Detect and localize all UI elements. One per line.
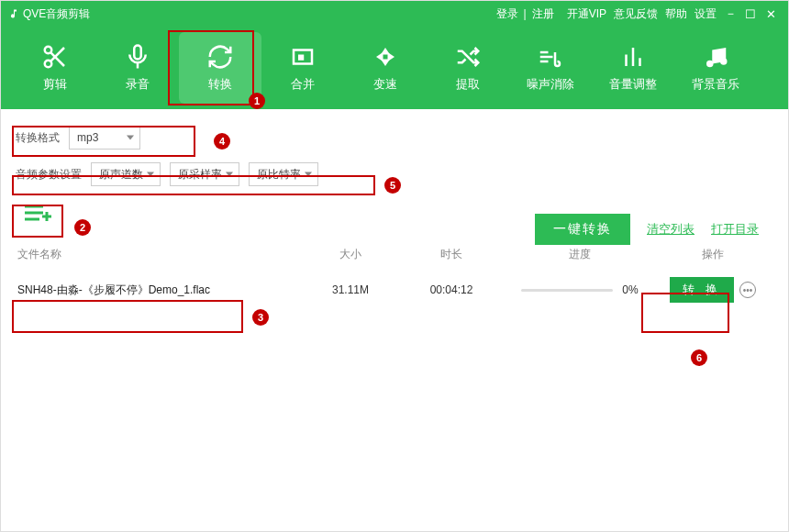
svg-rect-4 <box>134 46 141 60</box>
tool-speed[interactable]: 变速 <box>344 32 427 104</box>
add-file-button[interactable] <box>16 199 61 227</box>
col-size: 大小 <box>300 247 401 262</box>
tool-volume[interactable]: 音量调整 <box>592 32 674 104</box>
format-select[interactable]: mp3 <box>69 126 140 150</box>
annotation-badge-4: 4 <box>214 133 230 150</box>
tool-bgm[interactable]: 背景音乐 <box>674 32 757 104</box>
col-duration: 时长 <box>401 247 502 262</box>
svg-marker-10 <box>376 52 383 61</box>
app-title-text: QVE音频剪辑 <box>23 6 90 22</box>
format-label: 转换格式 <box>16 130 60 146</box>
svg-point-1 <box>45 61 52 68</box>
clear-list-link[interactable]: 清空列表 <box>647 221 695 238</box>
titlebar: QVE音频剪辑 登录 | 注册 开通VIP 意见反馈 帮助 设置 － ☐ ✕ <box>1 1 788 27</box>
microphone-icon <box>124 43 151 71</box>
close-button[interactable]: ✕ <box>761 7 781 21</box>
app-title: QVE音频剪辑 <box>8 6 90 22</box>
cell-duration: 00:04:12 <box>401 283 502 296</box>
annotation-badge-6: 6 <box>691 349 707 366</box>
cell-action: 转 换 ••• <box>658 277 768 303</box>
svg-point-18 <box>706 61 714 68</box>
tool-extract[interactable]: 提取 <box>427 32 509 104</box>
table-row: SNH48-由淼-《步履不停》Demo_1.flac 31.11M 00:04:… <box>16 272 773 308</box>
open-dir-link[interactable]: 打开目录 <box>711 221 759 238</box>
equalizer-icon <box>619 43 647 71</box>
svg-marker-11 <box>388 52 395 61</box>
help-link[interactable]: 帮助 <box>665 6 687 22</box>
denoise-icon <box>537 43 564 71</box>
settings-link[interactable]: 设置 <box>695 6 717 22</box>
annotation-badge-2: 2 <box>74 219 91 236</box>
bitrate-select[interactable]: 原比特率 <box>249 162 318 186</box>
params-label: 音频参数设置 <box>16 167 82 183</box>
music-icon <box>702 43 729 71</box>
annotation-badge-3: 3 <box>252 309 269 326</box>
row-convert-button[interactable]: 转 换 <box>670 277 734 303</box>
cell-progress: 0% <box>502 283 658 296</box>
music-note-icon <box>8 8 19 19</box>
progress-bar <box>521 289 613 292</box>
main-toolbar: 剪辑 录音 转换 合并 变速 提取 噪声消除 音量调整 背景音乐 <box>1 27 788 109</box>
tool-denoise[interactable]: 噪声消除 <box>509 32 592 104</box>
add-list-icon <box>23 203 54 223</box>
cell-size: 31.11M <box>300 283 401 296</box>
vip-link[interactable]: 开通VIP <box>567 6 606 22</box>
login-link[interactable]: 登录 <box>496 6 518 22</box>
channels-select[interactable]: 原声道数 <box>91 162 161 186</box>
tool-record[interactable]: 录音 <box>96 32 179 104</box>
register-link[interactable]: 注册 <box>532 6 554 22</box>
col-name: 文件名称 <box>16 247 300 262</box>
annotation-badge-5: 5 <box>384 177 401 194</box>
col-progress: 进度 <box>502 247 658 262</box>
samplerate-select[interactable]: 原采样率 <box>170 162 239 186</box>
tool-merge[interactable]: 合并 <box>261 32 344 104</box>
batch-convert-button[interactable]: 一键转换 <box>535 214 630 245</box>
shuffle-icon <box>454 43 482 71</box>
feedback-link[interactable]: 意见反馈 <box>614 6 658 22</box>
tool-cut[interactable]: 剪辑 <box>14 32 96 104</box>
cell-name: SNH48-由淼-《步履不停》Demo_1.flac <box>16 283 300 298</box>
row-more-button[interactable]: ••• <box>739 282 756 298</box>
annotation-badge-1: 1 <box>249 93 265 109</box>
tool-convert[interactable]: 转换 <box>179 32 261 104</box>
merge-icon <box>289 43 317 71</box>
minimize-button[interactable]: － <box>720 6 740 22</box>
svg-point-19 <box>720 58 728 65</box>
convert-icon <box>206 43 234 71</box>
col-action: 操作 <box>658 247 768 262</box>
scissors-icon <box>41 43 69 71</box>
speed-icon <box>372 43 399 71</box>
maximize-button[interactable]: ☐ <box>740 7 761 21</box>
svg-point-0 <box>45 47 52 54</box>
content-area: 转换格式 mp3 音频参数设置 原声道数 原采样率 原比特率 一键转换 清空列表… <box>1 109 788 308</box>
progress-text: 0% <box>622 283 638 296</box>
svg-rect-7 <box>298 55 304 61</box>
